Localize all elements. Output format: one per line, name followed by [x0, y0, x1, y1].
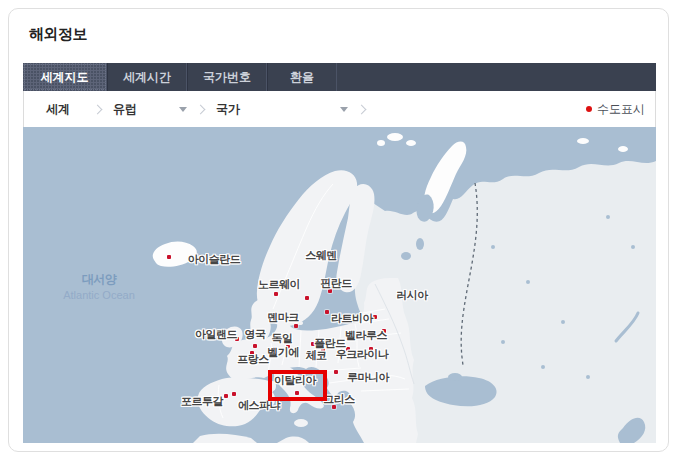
breadcrumb-item-label: 세계	[46, 101, 70, 118]
capital-dot	[373, 315, 377, 319]
country-label-iceland[interactable]: 아이슬란드	[188, 252, 241, 267]
capital-dot	[232, 392, 236, 396]
country-label-norway[interactable]: 노르웨이	[258, 277, 300, 292]
country-label-uk[interactable]: 영국	[245, 327, 266, 342]
country-label-belgium[interactable]: 벨기에	[267, 345, 299, 360]
country-label-sweden[interactable]: 스웨덴	[305, 248, 337, 263]
country-label-ukraine[interactable]: 우크라이나	[336, 347, 389, 362]
capital-dot	[224, 394, 228, 398]
breadcrumb-item-world[interactable]: 세계	[46, 101, 88, 118]
breadcrumb-separator-icon	[93, 104, 103, 114]
country-label-czech[interactable]: 체코	[306, 348, 327, 363]
breadcrumb-bar: 세계유럽국가 수도표시	[23, 91, 656, 127]
country-label-russia[interactable]: 러시아	[396, 288, 428, 303]
breadcrumb-item-europe[interactable]: 유럽	[113, 101, 191, 118]
country-label-denmark[interactable]: 덴마크	[267, 310, 299, 325]
breadcrumb-separator-icon	[196, 104, 206, 114]
ocean-label: 대서양 Atlantic Ocean	[63, 271, 135, 301]
page-title: 해외정보	[29, 25, 87, 44]
tab-exchange-rate[interactable]: 환율	[267, 63, 337, 91]
capital-legend: 수도표시	[586, 101, 645, 118]
country-label-romania[interactable]: 루마니아	[347, 370, 389, 385]
capital-dot	[325, 310, 329, 314]
capital-dot	[274, 292, 278, 296]
breadcrumb-item-label: 유럽	[113, 101, 137, 118]
capital-dot	[167, 255, 171, 259]
tab-world-map[interactable]: 세계지도	[23, 63, 107, 91]
capital-dot-icon	[586, 106, 592, 112]
country-label-belarus[interactable]: 벨라루스	[345, 328, 387, 343]
tab-bar: 세계지도세계시간국가번호환율	[23, 63, 656, 91]
panel: 해외정보 세계지도세계시간국가번호환율 세계유럽국가 수도표시	[8, 8, 669, 452]
highlight-box	[268, 370, 327, 401]
chevron-down-icon	[340, 107, 348, 112]
capital-dot	[253, 344, 257, 348]
country-label-ireland[interactable]: 아일랜드	[195, 327, 237, 342]
country-label-portugal[interactable]: 포르투갈	[181, 394, 223, 409]
tab-world-time[interactable]: 세계시간	[107, 63, 187, 91]
ocean-label-ko: 대서양	[63, 271, 135, 288]
capital-dot	[294, 324, 298, 328]
country-label-finland[interactable]: 핀란드	[320, 276, 352, 291]
chevron-down-icon	[179, 107, 187, 112]
country-label-germany[interactable]: 독일	[272, 331, 293, 346]
country-label-france[interactable]: 프랑스	[237, 352, 269, 367]
breadcrumb-item-label: 국가	[216, 101, 240, 118]
ocean-label-en: Atlantic Ocean	[63, 289, 135, 301]
breadcrumb-item-country[interactable]: 국가	[216, 101, 352, 118]
capital-dot	[305, 296, 309, 300]
capital-dot	[334, 370, 338, 374]
country-label-greece[interactable]: 그리스	[323, 392, 355, 407]
capital-legend-label: 수도표시	[597, 101, 645, 118]
europe-map: 대서양 Atlantic Ocean 아이슬란드노르웨이스웨덴핀란드러시아덴마크…	[23, 127, 656, 443]
breadcrumb-separator-icon	[357, 104, 367, 114]
breadcrumb: 세계유럽국가	[46, 91, 377, 127]
tab-country-code[interactable]: 국가번호	[187, 63, 267, 91]
country-label-latvia[interactable]: 라트비아	[331, 311, 373, 326]
